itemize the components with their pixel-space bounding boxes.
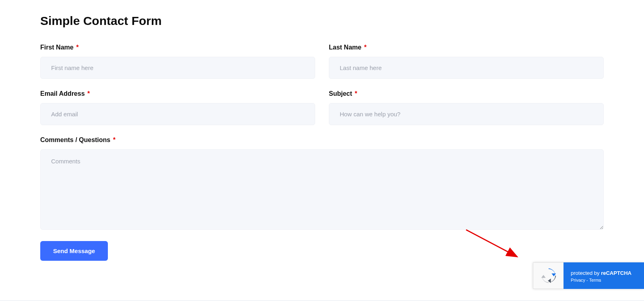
first-name-group: First Name *	[40, 44, 315, 79]
last-name-group: Last Name *	[329, 44, 604, 79]
first-name-input[interactable]	[40, 57, 315, 79]
required-asterisk: *	[76, 44, 78, 51]
subject-label: Subject *	[329, 90, 604, 97]
recaptcha-icon-section	[533, 262, 564, 289]
email-input[interactable]	[40, 103, 315, 125]
recaptcha-text-section: protected by reCAPTCHA Privacy - Terms	[564, 262, 644, 289]
email-group: Email Address *	[40, 90, 315, 125]
recaptcha-protected-text: protected by	[571, 270, 601, 276]
recaptcha-brand-text: reCAPTCHA	[601, 270, 632, 276]
first-name-label: First Name *	[40, 44, 315, 51]
form-row-1: First Name * Last Name *	[40, 44, 604, 79]
email-label: Email Address *	[40, 90, 315, 97]
subject-input[interactable]	[329, 103, 604, 125]
subject-group: Subject *	[329, 90, 604, 125]
last-name-label-text: Last Name	[329, 44, 361, 51]
last-name-input[interactable]	[329, 57, 604, 79]
first-name-label-text: First Name	[40, 44, 74, 51]
recaptcha-protected-line: protected by reCAPTCHA	[571, 270, 637, 276]
email-label-text: Email Address	[40, 90, 85, 97]
recaptcha-terms-link[interactable]: Terms	[589, 278, 601, 282]
required-asterisk: *	[87, 90, 90, 97]
comments-group: Comments / Questions *	[40, 136, 604, 230]
recaptcha-links: Privacy - Terms	[571, 278, 637, 282]
required-asterisk: *	[113, 136, 116, 143]
recaptcha-badge[interactable]: protected by reCAPTCHA Privacy - Terms	[533, 262, 644, 289]
contact-form-container: Simple Contact Form First Name * Last Na…	[18, 0, 626, 275]
comments-textarea[interactable]	[40, 149, 604, 230]
last-name-label: Last Name *	[329, 44, 604, 51]
recaptcha-separator: -	[585, 278, 589, 282]
recaptcha-icon	[540, 267, 557, 285]
subject-label-text: Subject	[329, 90, 352, 97]
comments-label: Comments / Questions *	[40, 136, 604, 144]
form-title: Simple Contact Form	[40, 14, 604, 28]
required-asterisk: *	[355, 90, 357, 97]
comments-label-text: Comments / Questions	[40, 136, 110, 143]
submit-button[interactable]: Send Message	[40, 241, 108, 261]
form-row-3: Comments / Questions *	[40, 136, 604, 230]
form-row-2: Email Address * Subject *	[40, 90, 604, 125]
required-asterisk: *	[364, 44, 366, 51]
recaptcha-privacy-link[interactable]: Privacy	[571, 278, 585, 282]
